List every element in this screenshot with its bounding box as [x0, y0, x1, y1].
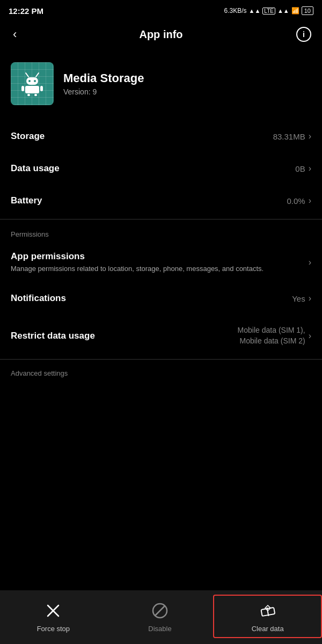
- storage-right: 83.31MB ›: [273, 131, 311, 141]
- restrict-data-right: Mobile data (SIM 1), Mobile data (SIM 2)…: [238, 325, 311, 346]
- app-name: Media Storage: [63, 71, 144, 85]
- wifi-icon: 📶: [291, 7, 299, 14]
- battery-right: 0.0% ›: [287, 196, 311, 206]
- back-button[interactable]: ‹: [11, 25, 19, 43]
- data-usage-value: 0B: [295, 164, 305, 173]
- info-button[interactable]: i: [296, 27, 311, 42]
- battery-icon: 10: [302, 6, 313, 15]
- notifications-chevron: ›: [309, 294, 311, 303]
- restrict-data-chevron: ›: [309, 331, 311, 341]
- app-version: Version: 9: [63, 87, 144, 96]
- network-speed: 6.3KB/s: [224, 7, 247, 14]
- header: ‹ App info i: [0, 19, 322, 49]
- android-robot-icon: [19, 69, 46, 98]
- clear-data-button[interactable]: Clear data: [213, 595, 322, 638]
- svg-rect-2: [26, 77, 38, 85]
- app-info-section: Media Storage Version: 9: [0, 49, 322, 120]
- lte-icon: LTE: [262, 8, 275, 14]
- svg-rect-8: [27, 94, 30, 96]
- disable-label: Disable: [148, 625, 171, 633]
- notifications-label: Notifications: [11, 293, 66, 304]
- divider-2: [0, 359, 322, 360]
- status-right: 6.3KB/s ▲▲ LTE ▲▲ 📶 10: [224, 6, 313, 15]
- clear-data-label: Clear data: [252, 625, 284, 633]
- storage-value: 83.31MB: [273, 132, 305, 141]
- notifications-value: Yes: [292, 294, 305, 303]
- disable-button[interactable]: Disable: [107, 596, 214, 637]
- svg-rect-7: [40, 86, 43, 91]
- storage-chevron: ›: [309, 131, 311, 141]
- force-stop-button[interactable]: Force stop: [0, 596, 107, 637]
- svg-rect-9: [34, 94, 37, 96]
- disable-icon: [149, 600, 171, 621]
- app-permissions-desc: Manage permissions related to location, …: [11, 264, 300, 274]
- notifications-right: Yes ›: [292, 294, 311, 303]
- restrict-data-item[interactable]: Restrict data usage Mobile data (SIM 1),…: [0, 314, 322, 357]
- battery-value: 0.0%: [287, 196, 305, 206]
- restrict-data-value: Mobile data (SIM 1), Mobile data (SIM 2): [238, 325, 305, 346]
- data-usage-item[interactable]: Data usage 0B ›: [0, 152, 322, 185]
- page-title: App info: [139, 28, 182, 41]
- app-permissions-chevron: ›: [309, 258, 311, 267]
- svg-line-13: [156, 606, 164, 615]
- bottom-action-bar: Force stop Disable Clear data: [0, 590, 322, 644]
- app-permissions-item[interactable]: App permissions Manage permissions relat…: [0, 243, 322, 282]
- svg-line-1: [36, 73, 39, 77]
- restrict-data-label: Restrict data usage: [11, 331, 95, 341]
- force-stop-label: Force stop: [37, 625, 70, 633]
- status-bar: 12:22 PM 6.3KB/s ▲▲ LTE ▲▲ 📶 10: [0, 0, 322, 19]
- force-stop-icon: [42, 600, 64, 621]
- divider-1: [0, 219, 322, 219]
- status-time: 12:22 PM: [9, 6, 43, 16]
- data-usage-right: 0B ›: [295, 164, 311, 173]
- signal-icon: ▲▲: [249, 8, 261, 14]
- battery-label: Battery: [11, 195, 42, 206]
- app-permissions-text: App permissions Manage permissions relat…: [11, 251, 309, 274]
- svg-point-3: [28, 80, 31, 82]
- storage-item[interactable]: Storage 83.31MB ›: [0, 120, 322, 152]
- app-icon: [11, 62, 54, 105]
- app-details: Media Storage Version: 9: [63, 71, 144, 96]
- svg-rect-5: [25, 86, 39, 93]
- svg-point-4: [34, 80, 36, 82]
- svg-line-0: [26, 73, 28, 77]
- storage-label: Storage: [11, 131, 45, 142]
- data-usage-chevron: ›: [309, 164, 311, 173]
- battery-item[interactable]: Battery 0.0% ›: [0, 185, 322, 217]
- notifications-item[interactable]: Notifications Yes ›: [0, 282, 322, 314]
- permissions-section-label: Permissions: [0, 222, 322, 243]
- app-permissions-title: App permissions: [11, 251, 300, 262]
- advanced-settings-label: Advanced settings: [0, 362, 322, 377]
- battery-chevron: ›: [309, 196, 311, 206]
- data-usage-label: Data usage: [11, 163, 60, 174]
- svg-rect-6: [21, 86, 24, 91]
- signal2-icon: ▲▲: [277, 8, 289, 14]
- clear-data-icon: [257, 600, 279, 621]
